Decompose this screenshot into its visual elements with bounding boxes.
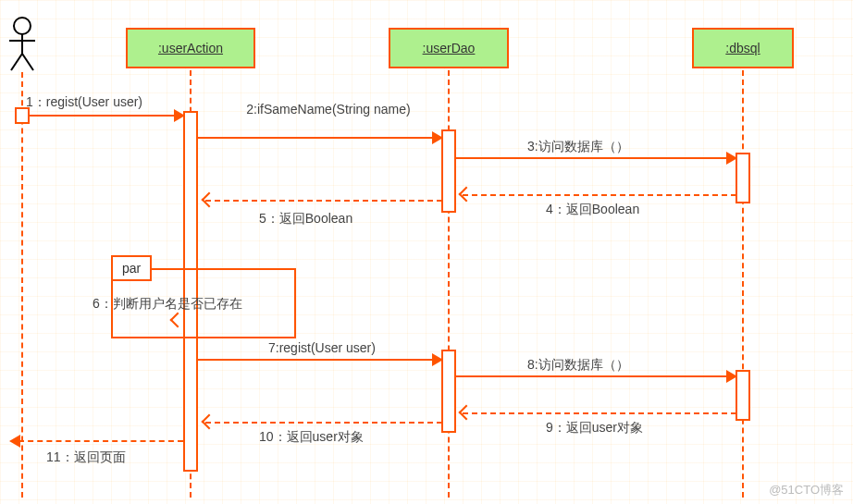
msg-8-line [456,375,736,377]
svg-line-4 [22,54,33,70]
msg-7-label: 7:regist(User user) [268,340,376,355]
msg-7-arrow-icon [432,353,443,366]
msg-5-arrow-icon [202,192,217,208]
msg-1-line [28,115,183,117]
msg-1-label: 1：regist(User user) [26,94,142,111]
userdao-activation-1 [441,129,456,213]
msg-2-label: 2:ifSameName(String name) [241,102,416,117]
msg-4-arrow-icon [459,187,475,203]
svg-point-0 [14,18,31,34]
lifeline-label: :userAction [158,41,223,55]
lifeline-userdao: :userDao [389,28,509,68]
watermark: @51CTO博客 [769,482,844,498]
dbsql-lifeline [742,70,744,498]
msg-3-label: 3:访问数据库（） [527,139,629,155]
msg-11-line [19,440,183,442]
msg-8-label: 8:访问数据库（） [527,357,629,374]
svg-line-3 [11,54,22,70]
actor-lifeline [21,72,23,498]
msg-11-arrow-icon [9,435,20,448]
msg-3-arrow-icon [726,152,737,165]
msg-8-arrow-icon [726,370,737,383]
msg-10-arrow-icon [202,414,217,430]
dbsql-activation-1 [736,153,750,203]
msg-4-label: 4：返回Boolean [546,202,639,218]
par-fragment-tag: par [111,255,152,281]
actor-icon [6,17,39,72]
msg-10-line [205,422,442,424]
userdao-activation-2 [441,350,456,433]
lifeline-dbsql: :dbsql [692,28,794,68]
msg-7-line [198,359,441,361]
msg-4-line [463,194,736,196]
msg-9-line [463,412,736,414]
msg-3-line [456,157,736,159]
lifeline-label: :userDao [423,41,476,55]
sequence-diagram-canvas: :userAction :userDao :dbsql 1：regist(Use… [0,0,853,504]
dbsql-activation-2 [736,370,750,421]
msg-2-line [198,137,441,139]
msg-11-label: 11：返回页面 [46,449,126,466]
msg-1-arrow-icon [174,109,185,122]
msg-5-line [205,200,442,202]
msg-9-arrow-icon [459,405,475,421]
msg-9-label: 9：返回user对象 [546,420,643,436]
msg-6-label: 6：判断用户名是否已存在 [93,296,242,313]
msg-10-label: 10：返回user对象 [259,429,364,446]
msg-2-arrow-icon [432,131,443,144]
lifeline-label: :dbsql [725,41,760,55]
lifeline-useraction: :userAction [126,28,255,68]
msg-5-label: 5：返回Boolean [259,211,352,227]
